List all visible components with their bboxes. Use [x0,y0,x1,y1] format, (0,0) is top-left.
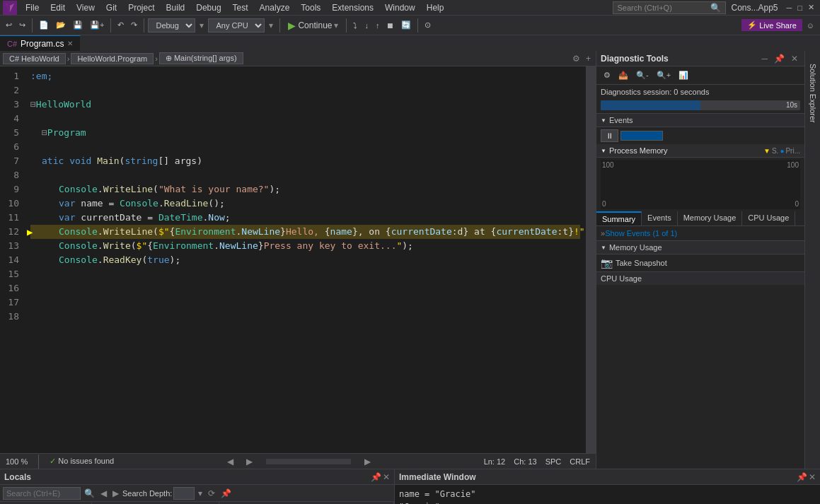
bottom-content-area: Locals 📌 ✕ 🔍 ◀ ▶ Search Depth: 3 ▾ ⟳ 📌 [0,469,820,504]
events-content: » Show Events (1 of 1) [596,226,804,240]
debug-mode-dropdown[interactable]: Debug [148,18,195,33]
minimize-button[interactable]: ─ [784,2,795,13]
menu-debug[interactable]: Debug [190,1,226,14]
scroll-right-button[interactable]: ▶ [362,456,373,467]
show-events-button[interactable]: » Show Events (1 of 1) [601,229,677,238]
breadcrumb-method[interactable]: ⊕ Main(string[] args) [159,52,243,64]
diag-tab-events[interactable]: Events [642,211,678,225]
events-section-header[interactable]: ▼ Events [596,113,804,127]
menu-window[interactable]: Window [379,1,421,14]
memory-usage-header[interactable]: ▼ Memory Usage [596,240,804,254]
breakpoints-button[interactable]: ⊙ [422,19,434,31]
diag-toolbar: ⚙ 📤 🔍- 🔍+ 📊 [596,66,804,85]
diag-zoom-in-button[interactable]: 🔍+ [654,69,674,81]
continue-button[interactable]: ▶ Continue ▾ [284,18,342,33]
solution-explorer-label[interactable]: Solution Explorer [807,58,819,129]
events-pause-button[interactable]: ⏸ [601,129,618,142]
diag-chart-button[interactable]: 📊 [676,69,691,81]
editor-scrollbar[interactable] [586,66,596,453]
diag-tab-cpu[interactable]: CPU Usage [742,211,795,225]
process-memory-label: Process Memory [609,146,668,155]
live-share-button[interactable]: ⚡ Live Share [741,19,802,31]
diagnostic-tools-panel: Diagnostic Tools ─ 📌 ✕ ⚙ 📤 🔍- 🔍+ 📊 Diagn… [596,51,804,469]
step-into-button[interactable]: ↓ [362,20,371,31]
snapshot-row[interactable]: 📷 Take Snapshot [601,257,800,269]
new-file-button[interactable]: 📄 [36,19,52,31]
code-content[interactable]: :em; ⊟HelloWorld ⊟Program atic void Main… [25,66,586,453]
menu-build[interactable]: Build [161,1,191,14]
search-execute-button[interactable]: 🔍 [82,488,97,499]
diag-export-button[interactable]: 📤 [616,69,631,81]
breadcrumb-class[interactable]: C# HelloWorld [3,53,66,64]
nav-next-button[interactable]: ▶ [110,488,121,499]
session-label: Diagnostics session: 0 seconds [596,85,804,99]
show-events-row: » Show Events (1 of 1) [601,229,800,238]
save-button[interactable]: 💾 [70,19,86,31]
menu-file[interactable]: File [20,1,45,14]
separator-2 [110,18,111,33]
menu-analyze[interactable]: Analyze [254,1,296,14]
depth-input[interactable]: 3 [173,487,195,500]
diag-tab-memory[interactable]: Memory Usage [678,211,743,225]
imm-line-1: name = "Gracie" [399,488,816,500]
code-line-1: :em; [30,69,580,83]
code-line-12: ● ▶ Console.WriteLine($"{Environment.New… [30,225,580,239]
zoom-level[interactable]: 100 % [6,457,28,466]
diag-zoom-out-button[interactable]: 🔍- [633,69,652,81]
locals-search-input[interactable] [3,487,81,500]
platform-dropdown[interactable]: Any CPU [208,18,265,33]
pin-value-button[interactable]: 📌 [219,488,233,499]
diag-pin-button[interactable]: 📌 [772,53,787,64]
diag-settings-button[interactable]: ⚙ [601,69,613,81]
feedback-button[interactable]: ☺ [804,20,817,31]
menu-tools[interactable]: Tools [295,1,326,14]
close-button[interactable]: ✕ [805,1,817,13]
mem-usage-triangle-icon: ▼ [601,245,606,251]
nav-prev-button[interactable]: ◀ [98,488,109,499]
redo-button[interactable]: ↷ [128,19,140,31]
editor-settings-button[interactable]: ⚙ [570,53,582,64]
separator [32,18,33,33]
menu-view[interactable]: View [71,1,100,14]
stop-button[interactable]: ⏹ [383,20,397,31]
locals-close-button[interactable]: ✕ [383,472,390,482]
immediate-pin-button[interactable]: 📌 [797,472,807,482]
no-issues-indicator: ✓ No issues found [50,457,114,466]
mem-triangle-icon: ▼ [601,148,606,154]
menu-test[interactable]: Test [227,1,254,14]
diag-tab-summary[interactable]: Summary [596,211,642,225]
solution-explorer-strip: Solution Explorer [804,51,820,469]
breadcrumb-namespace[interactable]: HelloWorld.Program [71,53,154,64]
back-navigate-button[interactable]: ↩ [3,19,15,31]
menu-edit[interactable]: Edit [45,1,71,14]
diag-close-button[interactable]: ✕ [789,53,800,64]
undo-button[interactable]: ↶ [115,19,127,31]
nav-back-button[interactable]: ◀ [225,456,236,467]
menu-git[interactable]: Git [100,1,122,14]
maximize-button[interactable]: □ [795,2,805,13]
tab-close-button[interactable]: ✕ [67,40,73,47]
save-all-button[interactable]: 💾+ [87,19,107,31]
open-button[interactable]: 📂 [53,19,69,31]
code-line-9: Console.WriteLine("What is your name?"); [30,182,580,197]
menu-project[interactable]: Project [122,1,160,14]
file-tab-program[interactable]: C# Program.cs ✕ [0,35,81,51]
menu-extensions[interactable]: Extensions [326,1,379,14]
step-over-button[interactable]: ⤵ [350,20,360,31]
code-area[interactable]: 1 2 3 4 5 6 7 8 9 10 11 12 13 14 15 16 1… [0,66,596,453]
immediate-content[interactable]: name = "Gracie" "Gracie" currentDate = D… [395,485,820,504]
locals-panel-header: Locals 📌 ✕ [0,469,394,485]
line-number: Ln: 12 [484,457,506,466]
forward-navigate-button[interactable]: ↪ [16,19,28,31]
add-pane-button[interactable]: + [584,53,593,64]
refresh-button[interactable]: ⟳ [206,488,217,499]
restart-button[interactable]: 🔄 [398,19,414,31]
menu-help[interactable]: Help [421,1,450,14]
diag-collapse-button[interactable]: ─ [759,53,770,64]
nav-forward-button[interactable]: ▶ [244,456,255,467]
immediate-close-button[interactable]: ✕ [809,472,816,482]
editor-area: C# HelloWorld › HelloWorld.Program › ⊕ M… [0,51,596,469]
step-out-button[interactable]: ↑ [373,20,383,31]
locals-pin-button[interactable]: 📌 [371,472,381,482]
depth-dropdown-button[interactable]: ▾ [196,488,204,499]
